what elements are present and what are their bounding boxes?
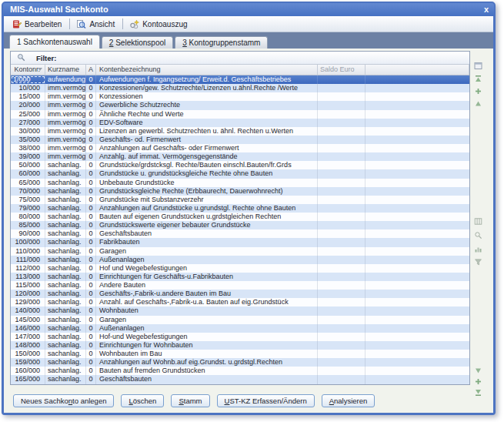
cell-kurzname: sachanlag. [45,238,86,246]
filter-row[interactable]: Filter: [11,52,469,65]
table-row[interactable]: 1/000 aufwendung 0 Aufwendungen f. Ingan… [11,75,469,84]
table-row[interactable]: 25/000 imm.vermög 0 Ähnliche Rechte und … [11,110,469,119]
cell-saldo-euro [318,92,365,101]
column-header-saldo-euro[interactable]: Saldo Euro [318,65,365,75]
delete-button[interactable]: Löschen [121,394,164,407]
table-row[interactable]: 65/000 sachanlag. 0 Unbebaute Grundstück… [11,179,469,187]
cell-kontenbezeichnung: Anzahlungen auf Grundstücke u.grundstgl.… [96,204,318,213]
table-row[interactable]: 90/000 sachanlag. 0 Geschäftsbauten [11,229,469,238]
cell-saldo-euro [318,84,365,92]
nav-insert-icon[interactable] [474,85,482,93]
table-row[interactable]: 50/000 sachanlag. 0 Grundstücke/grdstcks… [11,161,469,169]
table-row[interactable]: 80/000 sachanlag. 0 Bauten auf eigenen G… [11,213,469,221]
analyze-button[interactable]: Analysieren [322,394,375,407]
cell-filler [365,110,469,119]
vat-code-button[interactable]: UST-KZ Erfassen/Ändern [217,394,315,407]
table-row[interactable]: 27/000 imm.vermög 0 EDV-Software [11,119,469,127]
table-row[interactable]: 110/000 sachanlag. 0 Garagen [11,247,469,256]
table-row[interactable]: 15/000 imm.vermög 0 Konzessionen [11,92,469,101]
close-icon[interactable]: x [484,3,489,16]
toolbar-button-bearbeiten[interactable]: Bearbeiten [8,18,66,31]
toolbar-button-ansicht[interactable]: Ansicht [73,18,119,31]
column-header-kontenbezeichnung[interactable]: Kontenbezeichnung [96,65,318,75]
cell-a: 0 [86,341,96,350]
table-row[interactable]: 145/000 sachanlag. 0 Garagen [11,316,469,324]
cell-a: 0 [86,92,96,101]
column-chooser-icon[interactable] [474,59,482,68]
cell-kurzname: imm.vermög [45,110,86,119]
table-row[interactable]: 79/000 sachanlag. 0 Anzahlungen auf Grun… [11,204,469,213]
cell-a: 0 [86,204,96,213]
table-row[interactable]: 111/000 sachanlag. 0 Außenanlagen [11,256,469,264]
cell-kontenbezeichnung: Fabrikbauten [96,238,318,246]
table-row[interactable]: 39/000 imm.vermög 0 Anzahlg. auf immat. … [11,152,469,161]
cell-saldo-euro [318,152,365,161]
cell-a: 0 [86,229,96,238]
cell-kurzname: sachanlag. [45,229,86,238]
table-row[interactable]: 60/000 sachanlag. 0 Grundstücke u. grund… [11,169,469,178]
table-row[interactable]: 148/000 sachanlag. 0 Einrichtungen für W… [11,341,469,350]
cell-saldo-euro [318,213,365,221]
cell-filler [365,101,469,109]
tab-selektionspool[interactable]: 2 Selektionspool [102,36,173,49]
table-row[interactable]: 115/000 sachanlag. 0 Andere Bauten [11,281,469,290]
window-title: MIS-Auswahl Sachkonto [10,5,108,14]
table-row[interactable]: 129/000 sachanlag. 0 Anzahl. auf Geschäf… [11,298,469,306]
table-row[interactable]: 20/000 imm.vermög 0 Gewerbliche Schutzre… [11,101,469,109]
sort-indicator-icon[interactable] [38,68,42,71]
tab-kontogruppenstamm[interactable]: 3 Kontogruppenstamm [175,36,268,49]
table-row[interactable]: 112/000 sachanlag. 0 Hof und Wegebefesti… [11,264,469,273]
cell-a: 0 [86,196,96,204]
table-row[interactable]: 85/000 sachanlag. 0 Grundstückswerte eig… [11,221,469,229]
cell-saldo-euro [318,290,365,298]
toolbar-button-kontoauszug[interactable]: Kontoauszug [126,18,192,31]
table-row[interactable]: 146/000 sachanlag. 0 Außenanlagen [11,324,469,333]
table-row[interactable]: 165/000 sachanlag. 0 Geschäftsbauten [11,375,469,383]
table-row[interactable]: 150/000 sachanlag. 0 Wohnbauten im Bau [11,350,469,358]
table-row[interactable]: 70/000 sachanlag. 0 Grundstücksgleiche R… [11,187,469,196]
cell-kontonr: 100/000 [11,238,45,246]
column-header-kurzname[interactable]: Kurzname [45,65,86,75]
cell-saldo-euro [318,238,365,246]
table-row[interactable]: 140/000 sachanlag. 0 Wohnbauten [11,306,469,315]
nav-last-record-icon[interactable] [474,386,482,394]
cell-kontenbezeichnung: Anzahlungen auf Geschäfts- oder Firmenwe… [96,144,318,152]
column-header-kontonr[interactable]: Kontonr. [11,65,45,75]
columns-icon[interactable] [474,215,482,223]
cell-kontenbezeichnung: Ähnliche Rechte und Werte [96,110,318,119]
table-row[interactable]: 113/000 sachanlag. 0 Einrichtungen für G… [11,273,469,281]
table-header: Kontonr. Kurzname A Kontenbezeichnung Sa… [11,65,469,75]
nav-next-record-icon[interactable] [474,364,482,373]
cell-kurzname: sachanlag. [45,213,86,221]
new-account-button[interactable]: Neues Sachkonto anlegen [13,394,114,407]
table-row[interactable]: 10/000 imm.vermög 0 Konzessionen/gew. Sc… [11,84,469,92]
table-row[interactable]: 147/000 sachanlag. 0 Hof-und Wegebefesti… [11,333,469,341]
table-row[interactable]: 159/000 sachanlag. 0 Anzahlungen auf Woh… [11,358,469,367]
table-row[interactable]: 38/000 imm.vermög 0 Anzahlungen auf Gesc… [11,144,469,152]
nav-first-record-icon[interactable] [474,72,482,81]
nav-append-icon[interactable] [474,375,482,383]
table-row[interactable]: 100/000 sachanlag. 0 Fabrikbauten [11,238,469,246]
table-row[interactable]: 35/000 imm.vermög 0 Geschäfts- od. Firme… [11,136,469,144]
cell-filler [365,169,469,178]
cell-kontonr: 65/000 [11,179,45,187]
cell-filler [365,213,469,221]
cell-kurzname: sachanlag. [45,324,86,333]
cell-saldo-euro [318,161,365,169]
filter-funnel-icon[interactable] [474,256,482,264]
tab-sachkontenauswahl[interactable]: 1 Sachkontenauswahl [9,35,100,49]
table-row[interactable]: 30/000 imm.vermög 0 Lizenzen an gewerbl.… [11,127,469,136]
table-row[interactable]: 160/000 sachanlag. 0 Bauten auf fremden … [11,367,469,375]
cell-kontenbezeichnung: Bauten auf eigenen Grundstücken u.grdstg… [96,213,318,221]
cell-filler [365,341,469,350]
cell-a: 0 [86,169,96,178]
chart-icon[interactable] [474,243,482,251]
master-data-button[interactable]: Stamm [171,394,209,407]
table-row[interactable]: 120/000 sachanlag. 0 Geschäfts-,Fabrik-u… [11,290,469,298]
nav-prior-record-icon[interactable] [474,97,482,106]
column-header-a[interactable]: A [86,65,96,75]
table-row[interactable]: 75/000 sachanlag. 0 Grundstücke mit Subs… [11,196,469,204]
cell-saldo-euro [318,273,365,281]
cell-kontenbezeichnung: Bauten auf fremden Grundstücken [96,367,318,375]
search-icon[interactable] [474,229,482,237]
